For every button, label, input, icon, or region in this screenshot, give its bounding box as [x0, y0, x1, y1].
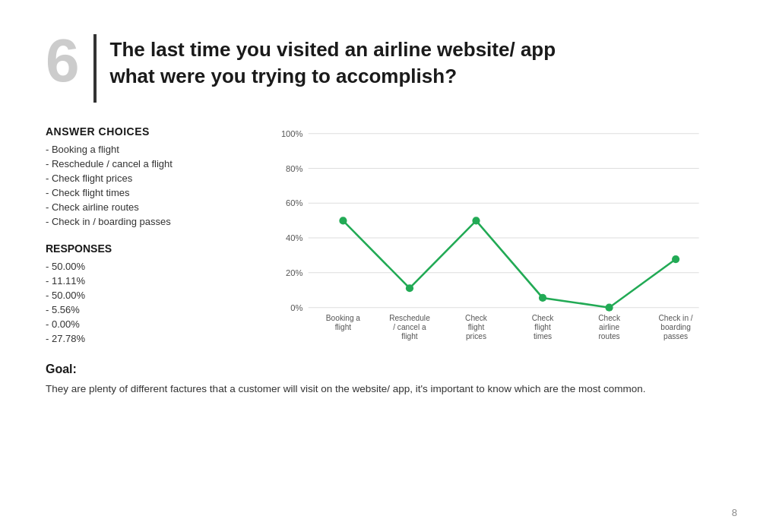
- answer-choices-label: ANSWER CHOICES: [46, 125, 258, 138]
- svg-text:60%: 60%: [286, 198, 302, 207]
- svg-text:passes: passes: [663, 332, 688, 340]
- svg-text:Reschedule: Reschedule: [389, 314, 430, 322]
- list-item: - Check in / boarding passes: [46, 216, 258, 227]
- svg-text:0%: 0%: [290, 303, 302, 312]
- left-panel: ANSWER CHOICES - Booking a flight - Resc…: [46, 125, 258, 347]
- svg-text:flight: flight: [335, 323, 352, 331]
- svg-text:Booking a: Booking a: [326, 314, 361, 322]
- svg-text:flight: flight: [534, 323, 551, 331]
- list-item: - Booking a flight: [46, 144, 258, 155]
- page-number: 8: [732, 507, 737, 518]
- list-item: - Check flight prices: [46, 173, 258, 184]
- chart-area: 100% 80% 60% 40% 20% 0%: [281, 125, 714, 346]
- data-point: [472, 217, 480, 224]
- svg-text:20%: 20%: [286, 268, 302, 277]
- question-number: 6: [46, 30, 80, 91]
- data-point: [406, 284, 413, 292]
- svg-text:/ cancel a: / cancel a: [393, 323, 426, 331]
- svg-text:times: times: [534, 332, 552, 340]
- header: 6 The last time you visited an airline w…: [46, 30, 714, 103]
- svg-text:boarding: boarding: [660, 323, 691, 331]
- svg-text:Check in /: Check in /: [659, 314, 693, 322]
- answer-list: - Booking a flight - Reschedule / cancel…: [46, 144, 258, 227]
- goal-text: They are plenty of different factures th…: [46, 381, 714, 397]
- line-chart: 100% 80% 60% 40% 20% 0%: [281, 125, 714, 346]
- svg-text:100%: 100%: [281, 129, 303, 138]
- svg-text:flight: flight: [401, 332, 418, 340]
- data-point: [539, 294, 546, 302]
- page: 6 The last time you visited an airline w…: [0, 0, 760, 532]
- main-content: ANSWER CHOICES - Booking a flight - Resc…: [46, 125, 714, 347]
- list-item: - 50.00%: [46, 290, 258, 301]
- response-list: - 50.00% - 11.11% - 50.00% - 5.56% - 0.0…: [46, 261, 258, 344]
- svg-text:flight: flight: [468, 323, 485, 331]
- list-item: - Check flight times: [46, 187, 258, 198]
- list-item: - 0.00%: [46, 318, 258, 330]
- list-item: - Reschedule / cancel a flight: [46, 158, 258, 169]
- list-item: - 11.11%: [46, 275, 258, 287]
- page-title: The last time you visited an airline web…: [110, 30, 556, 90]
- svg-text:40%: 40%: [286, 233, 302, 242]
- list-item: - 50.00%: [46, 261, 258, 272]
- svg-text:Check: Check: [532, 314, 555, 322]
- list-item: - Check airline routes: [46, 201, 258, 213]
- list-item: - 5.56%: [46, 304, 258, 315]
- svg-text:80%: 80%: [286, 164, 302, 173]
- svg-text:Check: Check: [465, 314, 488, 322]
- data-point: [339, 217, 347, 224]
- data-point: [605, 304, 613, 312]
- responses-label: RESPONSES: [46, 242, 258, 255]
- data-point: [672, 255, 679, 263]
- svg-text:prices: prices: [466, 332, 486, 340]
- svg-text:routes: routes: [598, 332, 619, 340]
- header-divider: [93, 34, 97, 103]
- svg-text:airline: airline: [599, 323, 619, 331]
- list-item: - 27.78%: [46, 333, 258, 344]
- goal-label: Goal:: [46, 363, 714, 376]
- goal-section: Goal: They are plenty of different factu…: [46, 363, 714, 397]
- svg-text:Check: Check: [598, 314, 621, 322]
